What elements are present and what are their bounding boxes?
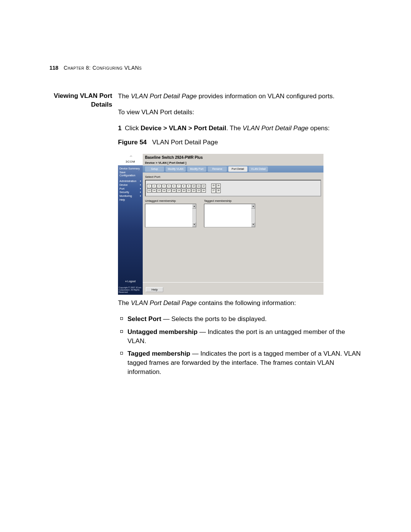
port-selector: 123456789101112 131415161718192021222324… [145, 180, 321, 197]
port-2[interactable]: 2 [152, 184, 156, 188]
intro-paragraph: The VLAN Port Detail Page provides infor… [118, 92, 365, 101]
port-12[interactable]: 12 [201, 184, 206, 188]
section-heading: Viewing VLAN Port Details [49, 92, 118, 109]
port-7[interactable]: 7 [177, 184, 181, 188]
port-18[interactable]: 18 [172, 189, 176, 193]
port-17[interactable]: 17 [167, 189, 171, 193]
title-bar: Baseline Switch 2924-PWR Plus [143, 154, 323, 161]
port-24[interactable]: 24 [201, 189, 206, 193]
chevron-right-icon: ▸ [140, 187, 141, 190]
tagged-label: Tagged membership [204, 199, 255, 203]
chapter-title: Chapter 8: Configuring VLANs [64, 65, 142, 71]
sidebar-item-monitoring[interactable]: Monitoring▸ [119, 194, 142, 198]
sidebar-item-device[interactable]: Device▸ [119, 183, 142, 187]
scrollbar[interactable]: ▴ ▾ [251, 204, 255, 227]
untagged-membership-list[interactable]: ▴ ▾ [145, 204, 196, 227]
tab-port-detail[interactable]: Port Detail [228, 166, 247, 172]
port-21[interactable]: 21 [186, 189, 191, 193]
chevron-right-icon: ▸ [140, 184, 141, 187]
scroll-up-icon[interactable]: ▴ [251, 204, 255, 209]
field-description-list: Select Port — Selects the ports to be di… [118, 315, 365, 377]
post-figure-text: The VLAN Port Detail Page contains the f… [118, 299, 365, 308]
list-item: Tagged membership — Indicates the port i… [118, 349, 365, 376]
port-grid-main: 123456789101112 131415161718192021222324 [147, 184, 206, 193]
port-9[interactable]: 9 [186, 184, 191, 188]
step-list: 1 Click Device > VLAN > Port Detail. The… [118, 124, 365, 133]
body-text: The VLAN Port Detail Page provides infor… [118, 92, 365, 380]
port-8[interactable]: 8 [182, 184, 186, 188]
port-grid-extra: 2526 2728 [211, 184, 221, 193]
list-item: Select Port — Selects the ports to be di… [118, 315, 365, 324]
copyright-text: Copyright © 2007 3Com Corporation. All R… [119, 286, 142, 293]
running-header: 118 Chapter 8: Configuring VLANs [49, 65, 365, 71]
port-27[interactable]: 27 [211, 189, 216, 193]
chevron-right-icon: ▸ [140, 191, 141, 194]
port-6[interactable]: 6 [172, 184, 176, 188]
logout-button[interactable]: ⎆ Logout [118, 280, 143, 283]
sidebar-item-port[interactable]: Port▸ [119, 187, 142, 191]
port-25[interactable]: 25 [211, 184, 216, 188]
tab-setup[interactable]: Setup [145, 166, 164, 172]
port-1[interactable]: 1 [147, 184, 151, 188]
port-5[interactable]: 5 [167, 184, 171, 188]
figure-caption: Figure 54 VLAN Port Detail Page [118, 138, 365, 147]
chevron-right-icon: ▸ [140, 195, 141, 198]
port-4[interactable]: 4 [162, 184, 166, 188]
instruction-line: To view VLAN Port details: [118, 108, 365, 117]
port-16[interactable]: 16 [162, 189, 166, 193]
tab-modify-port[interactable]: Modify Port [187, 166, 206, 172]
port-14[interactable]: 14 [152, 189, 156, 193]
membership-row: Untagged membership ▴ ▾ Tagged membershi… [145, 199, 321, 227]
tab-modify-vlan[interactable]: Modify VLAN [166, 166, 186, 172]
tab-vlan-detail[interactable]: VLAN Detail [249, 166, 268, 172]
page-number: 118 [49, 65, 58, 71]
port-20[interactable]: 20 [182, 189, 186, 193]
step-number: 1 [118, 124, 125, 133]
port-10[interactable]: 10 [191, 184, 196, 188]
port-13[interactable]: 13 [147, 189, 151, 193]
port-28[interactable]: 28 [216, 189, 221, 193]
scroll-down-icon[interactable]: ▾ [251, 222, 255, 227]
tab-bar: Setup Modify VLAN Modify Port Rename Por… [143, 166, 323, 173]
tab-rename[interactable]: Rename [208, 166, 227, 172]
step-text: Click Device > VLAN > Port Detail. The V… [125, 124, 330, 133]
untagged-label: Untagged membership [145, 199, 196, 203]
brand-logo: ⌒ 3COM [118, 154, 143, 165]
port-22[interactable]: 22 [191, 189, 196, 193]
bottom-toolbar: Help [143, 282, 323, 295]
sidebar-item-security[interactable]: Security▸ [119, 190, 142, 194]
sidebar-item-device-summary[interactable]: Device Summary [119, 167, 142, 171]
port-3[interactable]: 3 [157, 184, 161, 188]
chevron-right-icon: ▸ [140, 180, 141, 183]
bullet-icon [120, 352, 123, 355]
select-port-label: Select Port: [145, 175, 321, 179]
port-26[interactable]: 26 [216, 184, 221, 188]
vlan-port-detail-screenshot: ⌒ 3COM Device Summary Save Configuration… [118, 154, 323, 295]
scroll-up-icon[interactable]: ▴ [192, 204, 196, 209]
main-area: Baseline Switch 2924-PWR Plus Device > V… [143, 154, 323, 295]
sidebar-item-save-configuration[interactable]: Save Configuration [119, 171, 142, 177]
breadcrumb: Device > VLAN [ Port Detail ] [143, 161, 323, 166]
document-page: 118 Chapter 8: Configuring VLANs Viewing… [0, 0, 411, 380]
sidebar-item-administration[interactable]: Administration▸ [119, 179, 142, 183]
port-15[interactable]: 15 [157, 189, 161, 193]
help-button[interactable]: Help [146, 287, 163, 292]
bullet-icon [120, 330, 123, 333]
port-19[interactable]: 19 [177, 189, 181, 193]
content-pane: Select Port: 123456789101112 13141516171… [143, 173, 323, 282]
list-item: Untagged membership — Indicates the port… [118, 328, 365, 346]
bullet-icon [120, 317, 123, 320]
scroll-down-icon[interactable]: ▾ [192, 222, 196, 227]
sidebar: ⌒ 3COM Device Summary Save Configuration… [118, 154, 143, 295]
port-11[interactable]: 11 [196, 184, 201, 188]
sidebar-item-help[interactable]: Help [119, 198, 142, 202]
tagged-membership-list[interactable]: ▴ ▾ [204, 204, 255, 227]
scrollbar[interactable]: ▴ ▾ [192, 204, 196, 227]
port-23[interactable]: 23 [196, 189, 201, 193]
